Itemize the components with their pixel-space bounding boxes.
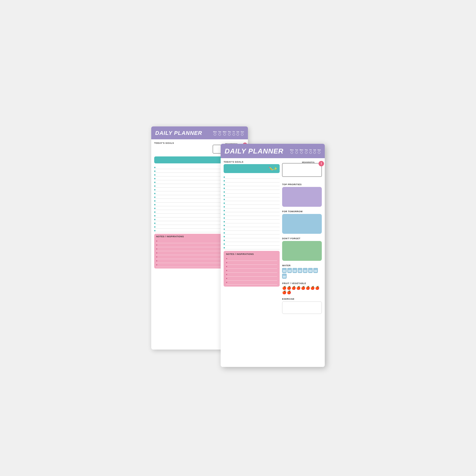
meaningful-label: MEANINGFUL [301,161,316,163]
list-item [224,216,280,220]
front-two-col: TODAY'S GOALS ✏️✨ [224,161,322,347]
notes-line: ♥ [226,261,277,265]
bullet [154,182,155,183]
notes-line: ♥ [226,281,277,285]
back-header: DAILY PLANNER Mon Tue Wed Thu [151,126,248,139]
notes-line: ♥ [226,257,277,261]
fruit-icon: 🍎 [282,290,286,294]
water-glass [298,268,302,273]
bullet [224,232,225,234]
day-tue: Tue [218,131,221,136]
bullet [154,167,155,168]
day-wed: Wed [223,131,226,136]
notes-title: NOTES / INSPIRATIONS [226,253,277,255]
bullet [224,217,225,219]
day-sat-front: Sat [313,149,316,154]
bullet [224,210,225,211]
front-header: DAILY PLANNER Mon Tue Wed Thu [221,144,325,158]
water-glass [308,268,313,273]
bullet [224,203,225,204]
bullet [224,240,225,241]
bullet [154,219,155,220]
bullet [224,180,225,181]
exercise-section: EXERCISE [282,296,322,314]
water-glass [293,268,297,273]
bullet [224,229,225,230]
list-item [224,182,280,186]
dont-forget-label: DON'T FORGET [282,237,300,240]
day-thu-front: Thu [305,149,308,154]
list-item [224,246,280,249]
fruit-section: FRUIT / VEGETABLE 🍎 🍎 🍎 🍎 🍎 🍎 🍎 🍎 🍎 🍎 [282,281,322,294]
fruit-icon: 🍎 [282,286,286,290]
bullet [154,215,155,216]
goals-label: TODAY'S GOALS [224,161,280,163]
day-mon-front: Mon [290,149,294,154]
heart-icon: ♥ [226,269,227,272]
bullet [154,204,155,205]
bullet [224,206,225,208]
front-title: DAILY PLANNER [225,147,284,155]
list-item [224,205,280,208]
notes-line: ♥ [226,269,277,273]
bullet [224,214,225,215]
exercise-box [282,301,322,314]
planner-front: DAILY PLANNER Mon Tue Wed Thu [221,144,325,367]
water-glass [287,268,292,273]
top-priorities-section: TOP PRIORITIES [282,182,322,207]
day-sun: Sun [241,131,244,136]
day-wed-front: Wed [299,149,303,154]
exercise-label: EXERCISE [282,298,295,300]
list-item [224,201,280,205]
dont-forget-box [282,241,322,261]
bullet [224,191,225,193]
list-item [224,227,280,231]
dont-forget-section: DON'T FORGET [282,236,322,261]
list-item [224,235,280,238]
right-col: MEANINGFUL ! TOP PRIORITIES FOR TOMO [282,161,322,347]
bullet [154,171,155,172]
back-title: DAILY PLANNER [155,130,202,136]
heart-icon: ♥ [226,277,227,280]
heart-icon: ♥ [156,244,157,246]
bullet [154,200,155,202]
heart-icon: ♥ [156,252,157,254]
back-goals-label: TODAY'S GOALS [154,142,174,144]
list-item [224,175,280,179]
bullet [154,230,155,231]
pencil-icon: ✏️✨ [269,167,277,171]
fruit-icon: 🍎 [296,286,300,290]
list-item [224,190,280,194]
bullet [224,225,225,226]
heart-icon: ♥ [226,266,227,268]
list-lines [224,175,280,249]
list-item [224,238,280,242]
heart-icon: ♥ [156,260,157,262]
list-item [224,186,280,190]
fruit-icons: 🍎 🍎 🍎 🍎 🍎 🍎 🍎 🍎 🍎 🍎 [282,286,322,294]
day-thu: Thu [228,131,231,136]
heart-icon: ♥ [156,256,157,258]
for-tomorrow-label: FOR TOMORROW [282,210,303,213]
water-glass [313,268,318,273]
meaningful-box: MEANINGFUL ! [282,163,322,177]
list-item [224,179,280,182]
bullet [154,185,155,187]
top-priorities-box [282,187,322,207]
bullet [224,188,225,189]
water-glasses [282,268,322,279]
notes-section: NOTES / INSPIRATIONS ♥ ♥ ♥ ♥ ♥ ♥ ♥ [224,251,280,287]
day-sun-front: Sun [318,149,321,154]
water-glass [282,274,287,279]
bullet [154,223,155,224]
heart-icon: ♥ [226,258,227,260]
bullet [224,247,225,248]
list-item [224,212,280,216]
water-label: WATER [282,264,291,267]
bullet [154,197,155,198]
heart-icon: ♥ [226,281,227,284]
day-sat: Sat [237,131,239,136]
back-days: Mon Tue Wed Thu Fri [213,131,244,136]
fruit-label: FRUIT / VEGETABLE [282,282,306,285]
list-item [224,194,280,197]
